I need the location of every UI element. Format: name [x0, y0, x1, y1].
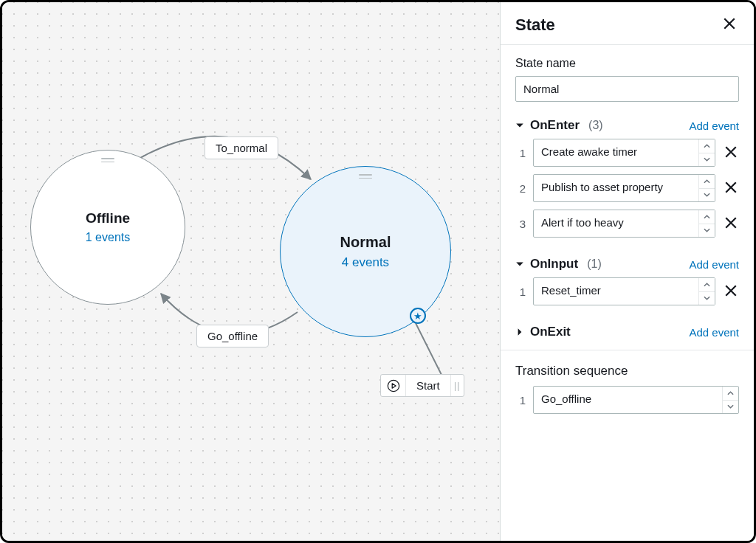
state-node-name: Normal [340, 234, 391, 251]
start-node[interactable]: Start || [380, 374, 464, 397]
group-name: OnExit [530, 325, 571, 339]
event-label: Alert if too heavy [534, 210, 698, 237]
connection-point-icon[interactable]: ★ [410, 308, 426, 324]
caret-down-icon [515, 121, 524, 130]
transition-label-to-normal[interactable]: To_normal [205, 136, 278, 159]
event-row: 1Go_offline [515, 386, 739, 414]
event-label: Reset_timer [534, 278, 698, 305]
event-label: Publish to asset property [534, 175, 698, 201]
close-icon [724, 216, 738, 229]
event-label: Create awake timer [534, 139, 698, 166]
event-item[interactable]: Go_offline [533, 386, 739, 414]
move-up-button[interactable] [699, 139, 715, 153]
group-name: OnInput [530, 257, 578, 272]
reorder-stepper [698, 210, 715, 237]
event-label: Go_offline [534, 387, 722, 413]
panel-title: State [515, 15, 555, 35]
state-name-input[interactable] [515, 76, 739, 102]
oninput-toggle[interactable]: OnInput (1) [515, 257, 602, 272]
onenter-toggle[interactable]: OnEnter (3) [515, 118, 603, 133]
drag-handle-icon[interactable] [101, 158, 114, 162]
event-item[interactable]: Reset_timer [533, 277, 715, 305]
group-count: (1) [587, 257, 602, 271]
state-properties-panel: State State name OnEnter (3) Add event 1… [500, 2, 754, 541]
event-row: 2Publish to asset property [515, 174, 739, 202]
row-index: 3 [515, 218, 526, 230]
reorder-stepper [698, 139, 715, 166]
row-index: 1 [515, 147, 526, 159]
close-icon [724, 181, 738, 194]
move-up-button[interactable] [699, 278, 715, 292]
move-down-button[interactable] [699, 189, 715, 202]
move-up-button[interactable] [699, 175, 715, 189]
group-count: (3) [588, 119, 603, 132]
transition-label-go-offline[interactable]: Go_offline [196, 325, 269, 347]
start-label: Start [406, 375, 450, 396]
move-up-button[interactable] [723, 387, 738, 401]
move-down-button[interactable] [723, 401, 738, 414]
row-index: 1 [515, 394, 526, 407]
delete-event-button[interactable] [723, 215, 739, 233]
state-node-events: 1 events [86, 231, 130, 244]
caret-down-icon [515, 260, 524, 269]
close-icon [724, 145, 738, 159]
reorder-stepper [722, 387, 738, 413]
svg-point-0 [388, 380, 399, 391]
state-node-events: 4 events [342, 255, 389, 270]
state-name-label: State name [515, 57, 739, 70]
event-row: 1Create awake timer [515, 139, 739, 167]
move-down-button[interactable] [699, 292, 715, 305]
event-item[interactable]: Publish to asset property [533, 174, 715, 202]
add-event-oninput[interactable]: Add event [689, 258, 739, 271]
delete-event-button[interactable] [723, 179, 739, 198]
reorder-stepper [698, 278, 715, 305]
onexit-toggle[interactable]: OnExit [515, 325, 571, 339]
row-index: 2 [515, 182, 526, 195]
delete-event-button[interactable] [723, 283, 739, 301]
reorder-stepper [698, 175, 715, 201]
add-event-onenter[interactable]: Add event [689, 120, 739, 132]
close-icon [723, 17, 736, 30]
state-node-offline[interactable]: Offline 1 events [30, 150, 185, 305]
play-icon [381, 375, 406, 396]
drag-handle-icon[interactable] [359, 174, 372, 179]
state-machine-canvas[interactable]: Offline 1 events Normal 4 events ★ To_no… [2, 2, 500, 541]
move-down-button[interactable] [699, 153, 715, 167]
state-node-name: Offline [86, 210, 130, 226]
event-row: 1Reset_timer [515, 277, 739, 305]
move-down-button[interactable] [699, 224, 715, 238]
close-panel-button[interactable] [720, 14, 739, 35]
group-name: OnEnter [530, 118, 580, 133]
state-node-normal[interactable]: Normal 4 events [280, 166, 451, 337]
event-row: 3Alert if too heavy [515, 210, 739, 238]
transition-sequence-header: Transition sequence [501, 350, 754, 386]
delete-event-button[interactable] [723, 144, 739, 162]
drag-handle-icon[interactable]: || [450, 375, 464, 396]
close-icon [724, 284, 738, 297]
event-item[interactable]: Create awake timer [533, 139, 715, 167]
move-up-button[interactable] [699, 210, 715, 224]
event-item[interactable]: Alert if too heavy [533, 210, 715, 238]
add-event-onexit[interactable]: Add event [689, 326, 739, 339]
caret-right-icon [515, 328, 524, 336]
row-index: 1 [515, 286, 526, 298]
